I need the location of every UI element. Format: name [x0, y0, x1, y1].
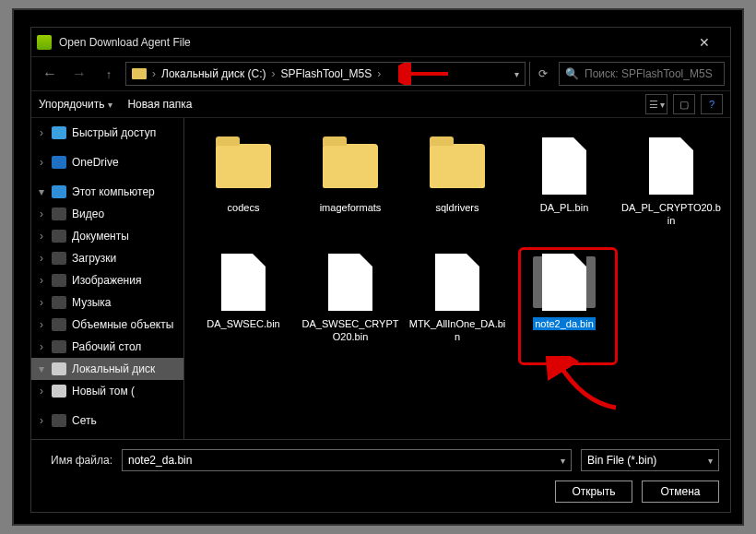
sidebar-item-label: Этот компьютер	[72, 185, 155, 198]
caret-icon: ›	[37, 318, 46, 331]
music-icon	[52, 296, 66, 309]
file-label: codecs	[228, 201, 260, 214]
breadcrumb-segment[interactable]: Локальный диск (C:)	[161, 67, 266, 80]
pc-icon	[52, 185, 66, 198]
caret-icon: ▾	[37, 362, 46, 375]
caret-icon: ›	[37, 340, 46, 353]
file-icon	[542, 254, 586, 311]
file-label: DA_PL_CRYPTO20.bin	[620, 201, 722, 227]
content-area: ›Быстрый доступ›OneDrive▾Этот компьютер›…	[31, 118, 730, 439]
sidebar-item[interactable]: ›Рабочий стол	[31, 336, 183, 358]
caret-icon: ›	[37, 252, 46, 265]
chevron-down-icon[interactable]: ▾	[561, 456, 565, 466]
disk-icon	[52, 362, 66, 375]
refresh-button[interactable]: ⟳	[529, 62, 555, 86]
bottom-panel: Имя файла: note2_da.bin ▾ Bin File (*.bi…	[31, 439, 730, 512]
caret-icon: ›	[37, 230, 46, 243]
file-label: DA_PL.bin	[540, 201, 589, 214]
sidebar-item[interactable]: ›Загрузки	[31, 247, 183, 269]
file-item[interactable]: DA_PL_CRYPTO20.bin	[618, 127, 725, 243]
folder-item[interactable]: codecs	[190, 127, 297, 243]
disk-icon	[52, 385, 66, 398]
file-icon	[435, 254, 479, 311]
up-button[interactable]: ↑	[96, 61, 122, 87]
file-label: note2_da.bin	[533, 317, 596, 330]
sidebar-item[interactable]: ▾Этот компьютер	[31, 181, 183, 203]
filename-value: note2_da.bin	[128, 454, 192, 467]
file-item[interactable]: MTK_AllInOne_DA.bin	[404, 243, 511, 360]
obj-icon	[52, 318, 66, 331]
preview-pane-button[interactable]: ▢	[673, 94, 695, 114]
filename-input[interactable]: note2_da.bin ▾	[122, 449, 572, 471]
sidebar-item-label: Новый том (	[72, 385, 135, 398]
cloud-icon	[52, 156, 66, 169]
sidebar-item-label: Видео	[72, 208, 104, 220]
caret-icon: ›	[37, 385, 46, 398]
back-button[interactable]: ←	[37, 61, 63, 87]
breadcrumb-segment[interactable]: SPFlashTool_M5S	[281, 67, 372, 80]
sidebar-item-label: OneDrive	[72, 156, 119, 169]
organize-menu[interactable]: Упорядочить ▾	[39, 98, 112, 111]
doc-icon	[52, 230, 66, 243]
sidebar-item[interactable]: ›Видео	[31, 203, 183, 225]
search-input[interactable]: 🔍 Поиск: SPFlashTool_M5S	[559, 62, 725, 86]
video-icon	[52, 208, 66, 220]
help-button[interactable]: ?	[701, 94, 723, 114]
search-placeholder: Поиск: SPFlashTool_M5S	[585, 67, 713, 80]
open-button[interactable]: Открыть	[555, 481, 632, 503]
sidebar-item[interactable]: ›Новый том (	[31, 380, 183, 402]
new-folder-button[interactable]: Новая папка	[127, 98, 192, 111]
view-mode-button[interactable]: ☰▾	[645, 94, 667, 114]
folder-icon	[430, 144, 485, 188]
caret-icon: ›	[37, 296, 46, 309]
filter-value: Bin File (*.bin)	[587, 454, 656, 467]
filename-label: Имя файла:	[42, 454, 112, 467]
star-icon	[52, 126, 66, 139]
sidebar-item-label: Изображения	[72, 274, 141, 287]
folder-item[interactable]: sqldrivers	[404, 127, 511, 243]
sidebar-item[interactable]: ›Документы	[31, 225, 183, 247]
sidebar-item[interactable]: ›Сеть	[31, 409, 183, 432]
chevron-right-icon: ›	[272, 67, 276, 80]
window-title: Open Download Agent File	[59, 36, 684, 49]
close-button[interactable]: ✕	[684, 28, 725, 56]
file-icon	[649, 137, 693, 195]
file-item[interactable]: note2_da.bin	[511, 243, 618, 360]
chevron-right-icon: ›	[152, 67, 156, 80]
folder-item[interactable]: imageformats	[297, 127, 404, 243]
sidebar-item[interactable]: ▾Локальный диск	[31, 358, 183, 380]
file-item[interactable]: DA_PL.bin	[511, 127, 618, 243]
file-item[interactable]: DA_SWSEC_CRYPTO20.bin	[297, 243, 404, 360]
caret-icon: ›	[37, 156, 46, 169]
cancel-label: Отмена	[660, 485, 700, 498]
sidebar-item[interactable]: ›Быстрый доступ	[31, 122, 183, 144]
desk-icon	[52, 340, 66, 353]
sidebar-item[interactable]: ›Объемные объекты	[31, 314, 183, 336]
search-icon: 🔍	[565, 67, 579, 80]
file-list[interactable]: codecsimageformatssqldriversDA_PL.binDA_…	[184, 118, 730, 439]
open-label: Открыть	[572, 485, 615, 498]
caret-icon: ›	[37, 274, 46, 287]
chevron-down-icon[interactable]: ▾	[708, 456, 713, 466]
file-label: imageformats	[320, 201, 382, 214]
sidebar-item[interactable]: ›Изображения	[31, 269, 183, 291]
sidebar-item-label: Документы	[72, 230, 129, 243]
sidebar-item-label: Сеть	[72, 414, 97, 427]
filetype-filter[interactable]: Bin File (*.bin) ▾	[581, 449, 719, 471]
sidebar-item-label: Рабочий стол	[72, 340, 141, 353]
file-item[interactable]: DA_SWSEC.bin	[190, 243, 297, 360]
cancel-button[interactable]: Отмена	[642, 481, 719, 503]
dl-icon	[52, 252, 66, 265]
file-label: DA_SWSEC.bin	[207, 317, 279, 330]
address-bar: ← → ↑ › Локальный диск (C:) › SPFlashToo…	[31, 57, 730, 90]
sidebar-item-label: Музыка	[72, 296, 111, 309]
title-bar: Open Download Agent File ✕	[31, 28, 730, 57]
sidebar-item[interactable]: ›OneDrive	[31, 151, 183, 173]
breadcrumb[interactable]: › Локальный диск (C:) › SPFlashTool_M5S …	[125, 62, 526, 86]
file-dialog-window: Open Download Agent File ✕ ← → ↑ › Локал…	[30, 27, 731, 513]
net-icon	[52, 414, 66, 427]
sidebar-item[interactable]: ›Музыка	[31, 291, 183, 314]
forward-button[interactable]: →	[66, 61, 92, 87]
chevron-down-icon[interactable]: ▾	[514, 69, 519, 79]
caret-icon: ▾	[37, 185, 46, 198]
